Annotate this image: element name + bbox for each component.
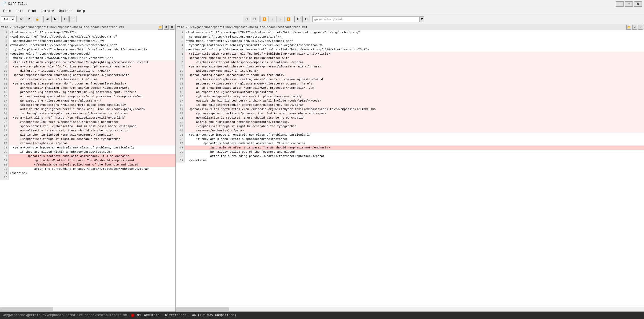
line-content: <emphasis>as</emphasis> trailing ones</p…: [185, 77, 644, 82]
menu-options[interactable]: Options: [57, 9, 74, 14]
left-hscroll-thumb[interactable]: [0, 308, 53, 311]
table-row: 22 ><emphasis>Link text </emphasis></lin…: [0, 120, 175, 124]
right-open-button[interactable]: 📂: [626, 25, 631, 30]
line-content: reasons)</emphasis>.</para>: [9, 141, 175, 146]
right-hscroll-thumb[interactable]: [176, 308, 229, 311]
right-code-area[interactable]: 1<?xml version="1.0" encoding="UTF-8"?><…: [176, 30, 644, 307]
line-content: <glossterm>typesetters </glossterm>to pl…: [9, 103, 175, 107]
line-number: 19: [0, 107, 9, 111]
line-content: <?xml version="1.0" encoding="UTF-8"?><?…: [185, 30, 644, 35]
table-row: 28 ignorable WS after this para. The WS …: [176, 146, 644, 150]
line-content: <para><emphasis>Nested <phrase><glosster…: [185, 64, 644, 69]
line-number: 31: [176, 158, 185, 163]
table-row: 32 </emphasis>be naively pulled out of t…: [0, 163, 175, 167]
line-content: outside the highlighted term? I think we…: [9, 107, 175, 111]
menu-file[interactable]: File: [1, 9, 13, 14]
line-content: <?xml-model href="http://docbook.org/xml…: [9, 43, 175, 47]
table-row: 24 reasons</emphasis>).</para>: [176, 128, 644, 133]
split-button[interactable]: ⊞: [294, 16, 302, 22]
xpath-dropdown-button[interactable]: ▼: [419, 16, 424, 22]
table-row: 2<?xml-model href="http://docbook.org/xm…: [0, 35, 175, 39]
nav-left-button[interactable]: ◀: [43, 16, 51, 22]
line-content: <para>More <phrase role="foo">inline mar…: [185, 56, 644, 60]
table-row: 5<section xmlns="http://docbook.org/ns/d…: [176, 47, 644, 52]
right-file-header: file:/C:/cygwin/home/gerrit/Dev/emphasis…: [176, 24, 644, 30]
line-number: 11: [0, 73, 9, 77]
line-content: <para>More <phrase role="foo">inline mar…: [9, 64, 175, 69]
line-number: 29: [0, 150, 9, 154]
line-content: space-normalized, </phrase>too. And in m…: [9, 124, 175, 128]
next-diff-button[interactable]: ↓: [277, 16, 284, 22]
line-content: </phrase>whitespace </emphasis>in it.</p…: [9, 77, 175, 82]
table-row: 23 space-normalized, </phrase>too. And i…: [0, 124, 175, 128]
line-number: 16: [0, 94, 9, 99]
prev-diff-button[interactable]: ↑: [269, 16, 276, 22]
line-number: 7: [0, 56, 9, 60]
table-row: 20 <phrase>space-normalized</phrase>, to…: [176, 111, 644, 116]
line-number: 11: [176, 73, 185, 77]
status-indicator: [131, 314, 134, 317]
line-number: 24: [176, 128, 185, 133]
table-row: 15 processor </glossterm>/ <glossterm>DT…: [0, 90, 175, 94]
flag-button[interactable]: ⚑: [26, 16, 33, 22]
line-content: we expect the <glossterm>authors</glosst…: [185, 90, 644, 94]
list-button[interactable]: ☰: [69, 16, 77, 22]
menu-compare[interactable]: Compare: [38, 9, 56, 14]
line-content: <section xmlns="http://docbook.org/ns/do…: [185, 47, 644, 52]
lock-button[interactable]: 🔒: [34, 16, 41, 22]
left-reload-button[interactable]: ↺: [164, 25, 169, 30]
minimize-button[interactable]: −: [616, 1, 624, 7]
table-row: 1<?xml version="1.0" encoding="UTF-8"?>: [0, 30, 175, 35]
table-row: 2 schematypens="http://relaxng.org/ns/st…: [176, 35, 644, 39]
right-hscroll[interactable]: [176, 307, 644, 312]
line-content: <?xml-model href="http://docbook.org/xml…: [9, 35, 175, 39]
line-content: we expect the <glossterm>authors</glosst…: [9, 99, 175, 103]
left-close-button[interactable]: ✕: [170, 25, 174, 30]
table-row: 7 <para>More <phrase role="foo">inline m…: [176, 56, 644, 60]
line-content: <phrase>space-normalized</phrase>, too. …: [185, 111, 644, 116]
sync-scroll-button2[interactable]: ⊟: [251, 16, 258, 22]
line-content: processor </glossterm>/ <glossterm>DTP <…: [9, 90, 175, 94]
line-number: 14: [176, 86, 185, 90]
merge-button[interactable]: ⊟: [302, 16, 310, 22]
xpath-input[interactable]: [312, 16, 419, 22]
line-content: <para><emphasis>Nested <phrase><glosster…: [9, 73, 175, 77]
line-number: 10: [176, 69, 185, 73]
line-number: 30: [176, 154, 185, 158]
line-content: [9, 175, 175, 180]
compare-mode-select[interactable]: Auto Text XML: [1, 16, 15, 22]
settings-button[interactable]: ⚙: [18, 16, 25, 22]
last-diff-button[interactable]: ⏬: [285, 16, 292, 22]
left-open-button[interactable]: 📂: [158, 25, 163, 30]
right-reload-button[interactable]: ↺: [632, 25, 637, 30]
nav-right-button[interactable]: ▶: [51, 16, 59, 22]
maximize-button[interactable]: □: [625, 1, 633, 7]
sync-scroll-button[interactable]: ⊟: [243, 16, 250, 22]
table-row: 10 whitespace</emphasis> in it.</para>: [176, 69, 644, 73]
menu-help[interactable]: Help: [75, 9, 87, 14]
line-number: 26: [0, 137, 9, 141]
line-number: 25: [0, 133, 9, 137]
line-content: (<emphasis>although it might be desirabl…: [185, 124, 644, 128]
line-content: reasons</emphasis>).</para>: [185, 128, 644, 133]
toolbar-sep-3: [60, 16, 60, 22]
line-content: outside the highlighted term? I think we…: [185, 99, 644, 103]
line-content: within the highlighted <emphasis>segment…: [9, 133, 175, 137]
left-code-area[interactable]: 1<?xml version="1.0" encoding="UTF-8"?>2…: [0, 30, 175, 307]
right-close-button[interactable]: ✕: [638, 25, 643, 30]
line-number: 18: [0, 103, 9, 107]
menu-find[interactable]: Find: [26, 9, 38, 14]
table-row: 8 <title>Title with <emphasis role="nonb…: [0, 60, 175, 64]
status-bar: \cygwin\home\gerrit\Dev\emphasis-normali…: [0, 312, 644, 319]
line-number: 35: [0, 175, 9, 180]
line-content: type="application/xml" schematypens="htt…: [185, 43, 644, 47]
line-number: 6: [0, 52, 9, 56]
line-content: </section>: [9, 171, 175, 175]
line-content: </section>: [185, 158, 644, 163]
left-hscroll[interactable]: [0, 307, 175, 312]
grid-button[interactable]: ⊞: [61, 16, 69, 22]
menu-edit[interactable]: Edit: [14, 9, 26, 14]
first-diff-button[interactable]: ⏫: [261, 16, 268, 22]
table-row: 4 type="application/xml" schematypens="h…: [176, 43, 644, 47]
close-button[interactable]: ✕: [634, 1, 642, 7]
